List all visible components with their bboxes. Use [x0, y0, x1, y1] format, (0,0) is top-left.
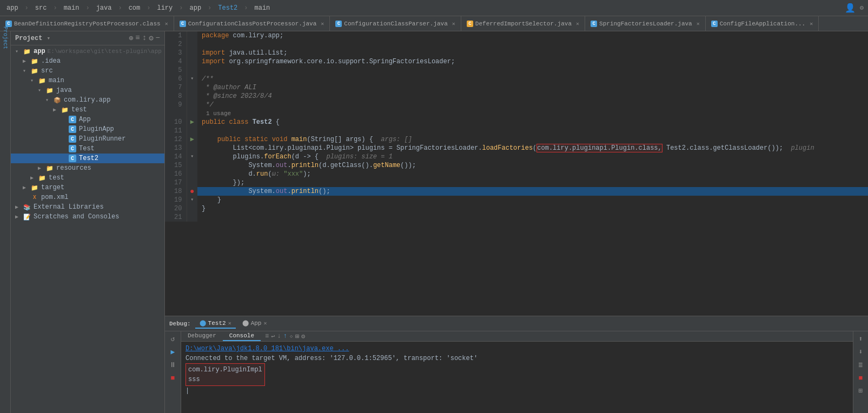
- console-layout-icon[interactable]: ⊞: [295, 332, 299, 341]
- pause-icon[interactable]: ⏸: [168, 359, 178, 370]
- nav-main[interactable]: main: [62, 3, 82, 13]
- tree-item-external-libs[interactable]: ▶ 📚 External Libraries: [11, 202, 164, 212]
- line-code-11[interactable]: [197, 126, 868, 135]
- tree-item-app[interactable]: ▾ 📁 app E:\workspace\git\test-plugin\app: [11, 46, 164, 56]
- run-arrow-10[interactable]: ▶: [190, 118, 194, 126]
- line-code-18[interactable]: System.out.println();: [197, 187, 868, 196]
- settings-icon[interactable]: ⚙: [860, 4, 864, 12]
- side-scroll-bottom[interactable]: ⬇: [856, 347, 866, 357]
- line-code-4[interactable]: import org.springframework.core.io.suppo…: [197, 57, 868, 66]
- console-up-icon[interactable]: ↑: [283, 332, 287, 340]
- tree-item-package[interactable]: ▾ 📦 com.liry.app: [11, 95, 164, 105]
- close-tab-springfactories[interactable]: ✕: [697, 21, 700, 27]
- rerun-icon[interactable]: ↺: [168, 334, 178, 344]
- line-code-20[interactable]: }: [197, 204, 868, 213]
- tab-beandef[interactable]: C BeanDefinitionRegistryPostProcessor.cl…: [0, 16, 174, 31]
- tree-item-target[interactable]: ▶ 📁 target: [11, 183, 164, 192]
- nav-app[interactable]: app: [4, 3, 21, 13]
- sidebar-locate-icon[interactable]: ⊕: [129, 34, 133, 43]
- close-tab-configfile[interactable]: ✕: [810, 21, 813, 27]
- sidebar-sort-icon[interactable]: ↕: [142, 34, 147, 43]
- collapse-arrow-19[interactable]: ▾: [190, 197, 194, 203]
- line-code-19[interactable]: }: [197, 196, 868, 204]
- tab-configfile[interactable]: C ConfigFileApplication... ✕: [706, 16, 819, 31]
- sidebar-collapse-icon[interactable]: ≡: [135, 34, 140, 43]
- nav-com[interactable]: com: [127, 3, 143, 13]
- tab-deferred[interactable]: C DeferredImportSelector.java ✕: [461, 16, 585, 31]
- nav-liry[interactable]: liry: [155, 3, 175, 13]
- side-format-icon[interactable]: ⊞: [856, 385, 866, 396]
- line-code-5[interactable]: [197, 66, 868, 75]
- nav-src[interactable]: src: [33, 3, 49, 13]
- nav-app2[interactable]: app: [187, 3, 203, 13]
- side-scroll-top[interactable]: ⬆: [856, 334, 866, 344]
- tab-configparser[interactable]: C ConfigurationClassParser.java ✕: [330, 16, 461, 31]
- tree-item-pluginrunner[interactable]: ▶ C PluginRunner: [11, 134, 164, 144]
- line-code-8[interactable]: * @since 2023/8/4: [197, 92, 868, 101]
- collapse-arrow-14[interactable]: ▾: [190, 154, 194, 159]
- side-stop-icon[interactable]: ■: [856, 372, 866, 383]
- line-code-3[interactable]: import java.util.List;: [197, 49, 868, 57]
- tree-item-main[interactable]: ▾ 📁 main: [11, 76, 164, 85]
- nav-java[interactable]: java: [94, 3, 114, 13]
- resume-icon[interactable]: ▶: [168, 347, 178, 357]
- subtab-console[interactable]: Console: [223, 331, 261, 341]
- code-editor[interactable]: 1 package com.liry.app; 2 3 impor: [165, 31, 868, 316]
- close-tab-configparser[interactable]: ✕: [452, 21, 455, 27]
- user-icon[interactable]: 👤: [845, 3, 856, 14]
- console-path[interactable]: D:\work\Java\jdk1.8.0_181\bin\java.exe .…: [185, 345, 349, 352]
- tree-item-resources[interactable]: ▶ 📁 resources: [11, 163, 164, 173]
- close-tab-configclass[interactable]: ✕: [321, 21, 324, 27]
- console-cog-icon[interactable]: ⚙: [301, 332, 305, 341]
- tree-item-test2[interactable]: ▶ C Test2: [11, 154, 164, 163]
- project-tool-icon[interactable]: Project: [2, 34, 8, 42]
- side-list-icon[interactable]: ≣: [856, 359, 866, 370]
- line-code-9[interactable]: */: [197, 101, 868, 109]
- tab-configclass[interactable]: C ConfigurationClassPostProcessor.java ✕: [174, 16, 330, 31]
- line-code-13[interactable]: List<com.liry.pluginapi.Plugin> plugins …: [197, 144, 868, 152]
- tree-item-pluginapp[interactable]: ▶ C PluginApp: [11, 124, 164, 134]
- console-down-icon[interactable]: ↓: [277, 332, 281, 340]
- line-code-1[interactable]: package com.liry.app;: [197, 31, 868, 40]
- console-list-icon[interactable]: ≡: [265, 332, 269, 340]
- line-code-17[interactable]: });: [197, 178, 868, 187]
- bottom-tab-app[interactable]: ⬤ App ✕: [238, 318, 271, 329]
- breakpoint-18[interactable]: ●: [190, 187, 194, 196]
- tree-item-java[interactable]: ▾ 📁 java: [11, 85, 164, 95]
- tree-item-pom[interactable]: ▶ X pom.xml: [11, 192, 164, 202]
- line-code-14[interactable]: plugins.forEach(d -> { plugins: size = 1: [197, 152, 868, 161]
- nav-main2[interactable]: main: [253, 3, 273, 13]
- tree-item-src[interactable]: ▾ 📁 src: [11, 66, 164, 76]
- tree-item-scratches[interactable]: ▶ 📝 Scratches and Consoles: [11, 212, 164, 222]
- close-tab-deferred[interactable]: ✕: [576, 21, 579, 27]
- tree-item-src-test[interactable]: ▶ 📁 test: [11, 173, 164, 183]
- sidebar-settings-icon[interactable]: ⚙: [149, 34, 153, 43]
- line-gutter-5: [187, 66, 197, 75]
- collapse-arrow-6[interactable]: ▾: [190, 76, 194, 82]
- line-code-10[interactable]: public class Test2 {: [197, 118, 868, 126]
- stop-icon[interactable]: ■: [168, 372, 178, 383]
- console-filter-icon[interactable]: ⬦: [289, 332, 293, 340]
- run-arrow-12[interactable]: ▶: [190, 136, 194, 143]
- line-code-12[interactable]: public static void main(String[] args) {…: [197, 135, 868, 144]
- line-code-6[interactable]: /**: [197, 75, 868, 83]
- tab-springfactories[interactable]: C SpringFactoriesLoader.java ✕: [585, 16, 706, 31]
- line-code-21[interactable]: [197, 213, 868, 222]
- console-wrap-icon[interactable]: ↩: [271, 332, 275, 341]
- tree-item-test-folder[interactable]: ▶ 📁 test: [11, 105, 164, 115]
- code-line-3: 3 import java.util.List;: [165, 49, 868, 57]
- close-tab-beandef[interactable]: ✕: [165, 21, 168, 27]
- line-code-16[interactable]: d.run(ω: "xxx");: [197, 170, 868, 178]
- tree-item-idea[interactable]: ▶ 📁 .idea: [11, 56, 164, 66]
- close-test2-tab[interactable]: ✕: [228, 320, 231, 327]
- nav-test2[interactable]: Test2: [216, 3, 240, 13]
- close-app-tab[interactable]: ✕: [263, 320, 267, 327]
- line-code-2[interactable]: [197, 40, 868, 49]
- tree-item-test-class[interactable]: ▶ C Test: [11, 144, 164, 154]
- subtab-debugger[interactable]: Debugger: [181, 331, 223, 341]
- line-code-15[interactable]: System.out.println(d.getClass().getName(…: [197, 161, 868, 170]
- sidebar-minimize-icon[interactable]: −: [156, 34, 160, 43]
- bottom-tab-test2[interactable]: ⬤ Test2 ✕: [195, 318, 236, 329]
- line-code-7[interactable]: * @author ALI: [197, 83, 868, 92]
- tree-item-app-class[interactable]: ▶ C App: [11, 115, 164, 124]
